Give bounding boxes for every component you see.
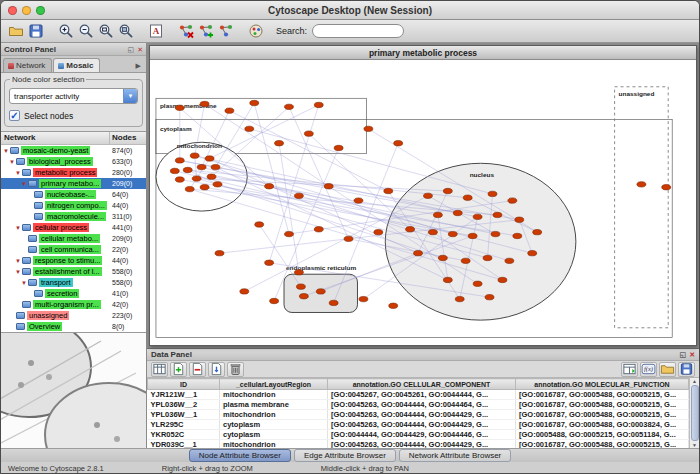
save-session-icon[interactable] xyxy=(26,22,45,41)
expander-icon[interactable]: ▼ xyxy=(14,225,22,231)
table-row[interactable]: YDR039C__1mitochondrion[GO:0045263, GO:0… xyxy=(148,440,689,449)
tab-node-attribute-browser[interactable]: Node Attribute Browser xyxy=(189,449,291,462)
table-cell[interactable]: [GO:0005488, GO:0005215, GO:0051184, G..… xyxy=(516,430,689,440)
tree-column-network[interactable]: Network xyxy=(1,132,110,144)
tree-row[interactable]: unassigned223(0) xyxy=(1,310,146,321)
tree-row[interactable]: ▼establishment of l...558(0) xyxy=(1,266,146,277)
network-node[interactable] xyxy=(324,184,333,189)
create-new-attribute-icon[interactable] xyxy=(170,362,187,377)
network-node[interactable] xyxy=(508,198,517,203)
table-cell[interactable]: cytoplasm xyxy=(220,430,328,440)
network-node[interactable] xyxy=(175,158,184,163)
table-column-header[interactable]: _cellularLayoutRegion xyxy=(220,379,328,390)
network-node[interactable] xyxy=(265,184,274,189)
network-node[interactable] xyxy=(183,167,192,172)
table-row[interactable]: YLR295Ccytoplasm[GO:0045263, GO:0044444,… xyxy=(148,420,689,430)
tree-row[interactable]: cellular metabo...209(0) xyxy=(1,233,146,244)
birdseye-view[interactable] xyxy=(1,332,146,448)
function-builder-icon[interactable]: f(x) xyxy=(640,362,657,377)
table-cell[interactable]: YKR052C xyxy=(148,430,220,440)
close-panel-icon[interactable]: ✕ xyxy=(137,45,143,54)
scrollbar-thumb[interactable] xyxy=(691,385,699,441)
tab-mosaic[interactable]: Mosaic xyxy=(53,58,100,72)
table-cell[interactable]: [GO:0045267, GO:0045261, GO:0044444, G..… xyxy=(328,390,516,400)
network-node[interactable] xyxy=(270,298,279,303)
search-input[interactable] xyxy=(312,24,404,38)
tab-scroll-right-icon[interactable]: ▶ xyxy=(136,62,144,72)
network-node[interactable] xyxy=(483,255,492,260)
network-node[interactable] xyxy=(344,236,353,241)
network-node[interactable] xyxy=(213,182,222,187)
table-cell[interactable]: YPL036W__2 xyxy=(148,400,220,410)
network-node[interactable] xyxy=(175,105,184,110)
select-attributes-icon[interactable] xyxy=(151,362,168,377)
network-node[interactable] xyxy=(255,222,264,227)
open-session-icon[interactable] xyxy=(6,22,25,41)
float-data-panel-icon[interactable]: ◱ xyxy=(680,350,687,359)
table-cell[interactable]: [GO:0016787, GO:0005488, GO:0005215, G..… xyxy=(516,410,689,420)
network-node[interactable] xyxy=(374,229,383,234)
network-node[interactable] xyxy=(485,295,494,300)
import-attributes-icon[interactable] xyxy=(208,362,225,377)
expander-icon[interactable]: ▼ xyxy=(20,280,28,286)
table-cell[interactable]: [GO:0045263, GO:0044444, GO:0044464, G..… xyxy=(328,400,516,410)
tree-row[interactable]: multi-organism pr...42(0) xyxy=(1,299,146,310)
zoom-window-button[interactable] xyxy=(36,6,45,15)
minimize-window-button[interactable] xyxy=(22,6,31,15)
table-cell[interactable]: cytoplasm xyxy=(220,420,328,430)
network-node[interactable] xyxy=(250,100,259,105)
network-node[interactable] xyxy=(304,131,313,136)
network-node[interactable] xyxy=(299,294,308,299)
float-panel-icon[interactable]: ◱ xyxy=(128,45,135,54)
network-node[interactable] xyxy=(463,195,472,200)
network-node[interactable] xyxy=(275,141,284,146)
network-node[interactable] xyxy=(314,102,323,107)
network-node[interactable] xyxy=(334,145,343,150)
network-node[interactable] xyxy=(498,277,507,282)
network-node[interactable] xyxy=(294,193,303,198)
scroll-down-icon[interactable]: ▼ xyxy=(692,442,697,448)
network-node[interactable] xyxy=(528,251,537,256)
table-cell[interactable]: YPL036W__1 xyxy=(148,410,220,420)
table-row[interactable]: YPL036W__2plasma membrane[GO:0045263, GO… xyxy=(148,400,689,410)
network-node[interactable] xyxy=(294,270,303,275)
annotation-icon[interactable]: A xyxy=(146,22,165,41)
network-node[interactable] xyxy=(468,233,477,238)
import-table-icon[interactable] xyxy=(621,362,638,377)
tree-column-nodes[interactable]: Nodes xyxy=(110,132,146,144)
delete-attributes-icon[interactable] xyxy=(189,362,206,377)
network-node[interactable] xyxy=(414,251,423,256)
network-node[interactable] xyxy=(513,233,522,238)
save-attributes-icon[interactable] xyxy=(678,362,695,377)
network-node[interactable] xyxy=(443,188,452,193)
titlebar[interactable]: Cytoscape Desktop (New Session) xyxy=(1,1,699,20)
network-node[interactable] xyxy=(285,231,294,236)
network-node[interactable] xyxy=(443,277,452,282)
tree-row[interactable]: ▼primary metabo...209(0) xyxy=(1,178,146,189)
tree-row[interactable]: ▼metabolic process280(0) xyxy=(1,167,146,178)
scroll-up-icon[interactable]: ▲ xyxy=(692,378,697,384)
network-node[interactable] xyxy=(438,255,447,260)
tree-row[interactable]: ▼response to stimu...44(0) xyxy=(1,255,146,266)
vizmapper-icon[interactable] xyxy=(246,22,265,41)
network-node[interactable] xyxy=(433,212,442,217)
network-node[interactable] xyxy=(461,258,470,263)
table-cell[interactable]: YJR121W__1 xyxy=(148,390,220,400)
table-cell[interactable]: [GO:0044444, GO:0044429, GO:0044446, G..… xyxy=(328,430,516,440)
network-node[interactable] xyxy=(533,229,542,234)
network-node[interactable] xyxy=(329,300,338,305)
network-node[interactable] xyxy=(197,164,206,169)
network-node[interactable] xyxy=(296,284,305,289)
network-node[interactable] xyxy=(314,227,323,232)
table-cell[interactable]: [GO:0045263, GO:0044444, GO:0044429, G..… xyxy=(328,420,516,430)
network-node[interactable] xyxy=(453,210,462,215)
network-node[interactable] xyxy=(190,153,199,158)
network-node[interactable] xyxy=(364,126,373,131)
network-node[interactable] xyxy=(205,156,214,161)
table-cell[interactable]: [GO:0016787, GO:0005488, GO:0003824, G..… xyxy=(516,420,689,430)
tree-row[interactable]: secretion41(0) xyxy=(1,288,146,299)
table-column-header[interactable]: annotation.GO CELLULAR_COMPONENT xyxy=(328,379,516,390)
tree-row[interactable]: Overview8(0) xyxy=(1,321,146,332)
table-row[interactable]: YJR121W__1mitochondrion[GO:0045267, GO:0… xyxy=(148,390,689,400)
tree-row[interactable]: ▼cellular process441(0) xyxy=(1,222,146,233)
